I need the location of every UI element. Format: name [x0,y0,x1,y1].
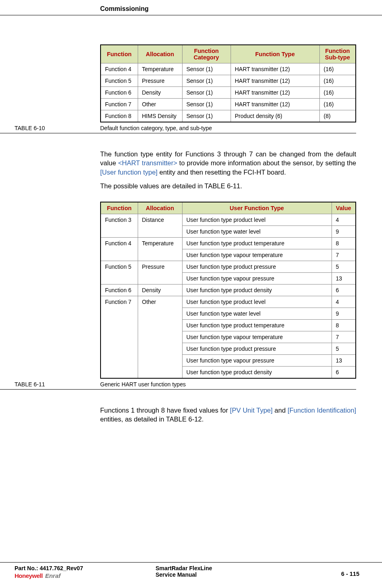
logo: Honeywell Enraf [15,572,83,579]
table-cell: 7 [332,249,356,261]
table-row: Function 5PressureUser function type pro… [101,261,356,273]
table-cell: 6 [332,285,356,296]
text: entities, as detailed in TABLE 6-12. [100,415,204,423]
table-cell: HIMS Density [138,110,182,122]
footer-center: SmartRadar FlexLine Service Manual [155,565,212,578]
table-cell: HART transmitter (12) [231,75,319,87]
table-cell: 13 [332,273,356,285]
table-cell: User function type product level [182,214,332,226]
table-cell: User function type vapour pressure [182,355,332,367]
header-rule [0,15,382,15]
table-cell: Distance [138,214,182,238]
table-cell: 4 [332,296,356,308]
table-cell: User function type product temperature [182,320,332,331]
table-6-11: Function Allocation User Function Type V… [100,202,356,379]
table-cell: (16) [319,99,356,110]
table-cell: Function 3 [101,214,138,238]
table-cell: HART transmitter (12) [231,63,319,75]
page-header: Commissioning [100,5,382,13]
table-cell: User function type product temperature [182,238,332,249]
entity-hart-transmitter: <HART transmitter> [118,159,177,166]
table-cell: User function type product pressure [182,343,332,355]
paragraph-3: Functions 1 through 8 have fixed values … [100,406,356,424]
table-row: Function 4TemperatureSensor (1)HART tran… [101,63,356,75]
table-cell: Function 4 [101,63,138,75]
table-cell: User function type vapour temperature [182,331,332,343]
table-cell: User function type product level [182,296,332,308]
table-cell: User function type vapour pressure [182,273,332,285]
table-cell: 5 [332,343,356,355]
table-cell: Function 6 [101,87,138,99]
table-caption: Default function category, type, and sub… [100,125,356,131]
table-cell: 5 [332,261,356,273]
table-cell: User function type product pressure [182,261,332,273]
footer-left: Part No.: 4417.762_Rev07 Honeywell Enraf [15,565,83,579]
th-user-function-type: User Function Type [182,202,332,214]
table-cell: (8) [319,110,356,122]
table-6-10: Function Allocation Function Category Fu… [100,44,356,122]
table-cell: HART transmitter (12) [231,87,319,99]
table-cell: Other [138,296,182,379]
table-cell: Pressure [138,75,182,87]
th-function: Function [101,202,138,214]
page-footer: Part No.: 4417.762_Rev07 Honeywell Enraf… [0,562,382,588]
paragraph-2: The possible values are detailed in TABL… [100,181,356,190]
table-cell: Sensor (1) [182,87,231,99]
table-cell: 9 [332,226,356,238]
table-cell: Density [138,285,182,296]
entity-function-identification: [Function Identification] [288,407,356,414]
page-number: 6 - 115 [341,565,359,577]
main-content: Function Allocation Function Category Fu… [100,44,356,429]
table-cell: (16) [319,87,356,99]
table-row: Function 6DensityUser function type prod… [101,285,356,296]
manual-title-2: Service Manual [155,571,212,578]
table-cell: Function 4 [101,238,138,261]
th-allocation: Allocation [138,45,182,63]
th-type: Function Type [231,45,319,63]
th-value: Value [332,202,356,214]
table-row: Function 5PressureSensor (1)HART transmi… [101,75,356,87]
table-row: Function 7OtherUser function type produc… [101,296,356,308]
table-cell: Pressure [138,261,182,285]
paragraph-1: The function type entity for Functions 3… [100,150,356,177]
table-cell: 13 [332,355,356,367]
table-cell: Temperature [138,238,182,261]
table-cell: Temperature [138,63,182,75]
table-6-10-caption-row: TABLE 6-10 Default function category, ty… [100,125,356,133]
th-subtype: Function Sub-type [319,45,356,63]
table-cell: 9 [332,308,356,320]
table-cell: Sensor (1) [182,110,231,122]
table-cell: Function 5 [101,75,138,87]
table-cell: User function type product density [182,367,332,379]
table-row: Function 4TemperatureUser function type … [101,238,356,249]
table-cell: Sensor (1) [182,63,231,75]
table-cell: Function 6 [101,285,138,296]
table-cell: (16) [319,63,356,75]
table-cell: Other [138,99,182,110]
table-cell: Sensor (1) [182,99,231,110]
table-cell: Function 7 [101,296,138,379]
entity-pv-unit-type: [PV Unit Type] [230,407,273,414]
table-cell: 4 [332,214,356,226]
table-cell: 8 [332,238,356,249]
table-cell: Function 8 [101,110,138,122]
table-6-11-caption-row: TABLE 6-11 Generic HART user function ty… [100,381,356,390]
text: and [273,407,288,414]
honeywell-logo: Honeywell [15,572,43,579]
table-row: Function 3DistanceUser function type pro… [101,214,356,226]
table-cell: Function 7 [101,99,138,110]
table-cell: 7 [332,331,356,343]
table-number: TABLE 6-10 [15,125,45,131]
table-caption: Generic HART user function types [100,381,356,388]
table-row: Function 6DensitySensor (1)HART transmit… [101,87,356,99]
table-cell: Product density (6) [231,110,319,122]
table-cell: 8 [332,320,356,331]
table-number: TABLE 6-11 [15,381,45,388]
th-category: Function Category [182,45,231,63]
table-cell: User function type vapour temperature [182,249,332,261]
enraf-logo: Enraf [45,572,61,579]
entity-user-function-type: [User function type] [100,169,157,176]
table-row: Function 7OtherSensor (1)HART transmitte… [101,99,356,110]
th-allocation: Allocation [138,202,182,214]
table-cell: 6 [332,367,356,379]
